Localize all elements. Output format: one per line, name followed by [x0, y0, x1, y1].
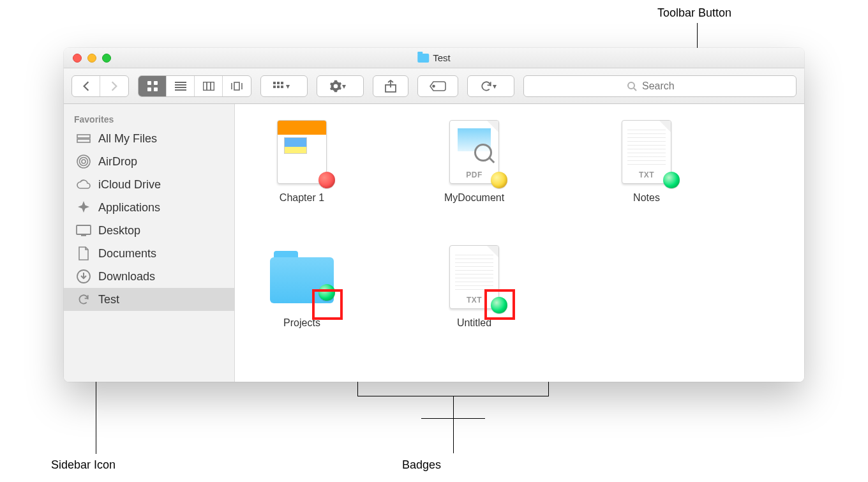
svg-point-26 — [82, 160, 86, 163]
file-grid: Chapter 1 PDF MyDocument TXT — [235, 104, 804, 382]
toolbar: ▾ ▾ ▾ — [64, 68, 804, 104]
list-view-button[interactable] — [167, 76, 195, 96]
svg-rect-16 — [281, 82, 283, 84]
chevron-down-icon: ▾ — [286, 82, 295, 91]
sidebar: Favorites All My Files AirDrop iCloud Dr… — [64, 104, 235, 382]
file-label: MyDocument — [444, 192, 504, 204]
badge-icon — [318, 284, 335, 301]
callout-line — [453, 418, 454, 453]
documents-icon — [75, 246, 92, 260]
finder-window: Test ▾ — [64, 48, 804, 382]
nav-buttons — [71, 75, 129, 97]
maximize-button[interactable] — [102, 54, 111, 63]
arrange-button[interactable]: ▾ — [260, 75, 308, 97]
search-icon — [627, 81, 637, 91]
svg-rect-29 — [77, 225, 91, 234]
sidebar-item-icloud-drive[interactable]: iCloud Drive — [64, 173, 234, 196]
sidebar-item-label: Downloads — [98, 270, 155, 283]
svg-point-21 — [433, 85, 435, 87]
applications-icon — [75, 200, 92, 215]
back-button[interactable] — [72, 76, 100, 96]
window-body: Favorites All My Files AirDrop iCloud Dr… — [64, 104, 804, 382]
airdrop-icon — [75, 154, 92, 169]
sidebar-heading: Favorites — [64, 110, 234, 127]
sync-toolbar-button[interactable]: ▾ — [467, 75, 514, 97]
desktop-icon — [75, 223, 92, 237]
callout-sidebar-icon: Sidebar Icon — [51, 458, 116, 472]
file-item[interactable]: Chapter 1 — [254, 117, 350, 204]
chevron-down-icon: ▾ — [342, 82, 351, 91]
sidebar-item-label: Test — [98, 293, 119, 306]
file-icon — [270, 242, 334, 312]
svg-rect-3 — [154, 87, 158, 91]
sidebar-item-label: Documents — [98, 247, 156, 260]
sidebar-item-airdrop[interactable]: AirDrop — [64, 150, 234, 173]
chevron-down-icon: ▾ — [493, 82, 502, 91]
callout-line — [453, 396, 454, 419]
coverflow-view-button[interactable] — [223, 76, 251, 96]
window-title: Test — [417, 52, 451, 63]
sidebar-item-applications[interactable]: Applications — [64, 196, 234, 219]
file-icon — [270, 117, 334, 187]
svg-rect-17 — [273, 86, 276, 88]
file-label: Notes — [633, 192, 660, 204]
folder-icon — [417, 54, 429, 63]
svg-rect-18 — [277, 86, 280, 88]
callout-toolbar-button: Toolbar Button — [657, 6, 731, 20]
svg-rect-1 — [154, 81, 158, 85]
view-mode-buttons — [138, 75, 251, 97]
file-item[interactable]: TXT Untitled — [426, 242, 522, 329]
all-my-files-icon — [75, 132, 92, 146]
sidebar-item-label: Applications — [98, 201, 160, 215]
callout-line — [96, 380, 96, 454]
share-button[interactable] — [373, 75, 408, 97]
sidebar-item-downloads[interactable]: Downloads — [64, 265, 234, 288]
svg-rect-25 — [77, 139, 90, 142]
downloads-icon — [75, 269, 92, 283]
tag-button[interactable] — [417, 75, 458, 97]
minimize-button[interactable] — [87, 54, 96, 63]
search-field[interactable] — [523, 75, 797, 97]
file-ext: PDF — [466, 170, 483, 183]
svg-rect-15 — [277, 82, 280, 84]
svg-rect-11 — [234, 82, 239, 90]
file-item[interactable]: Projects — [254, 242, 350, 329]
icloud-drive-icon — [75, 177, 92, 192]
icon-view-button[interactable] — [138, 76, 167, 96]
sidebar-item-test[interactable]: Test — [64, 288, 234, 311]
svg-rect-2 — [147, 87, 151, 91]
svg-rect-0 — [147, 81, 151, 85]
file-icon: TXT — [615, 117, 678, 187]
badge-icon — [318, 172, 335, 188]
svg-point-22 — [628, 82, 634, 89]
svg-line-23 — [634, 88, 636, 91]
file-item[interactable]: PDF MyDocument — [426, 117, 522, 204]
file-ext: TXT — [467, 296, 482, 308]
titlebar: Test — [64, 48, 804, 68]
file-icon: PDF — [442, 117, 506, 187]
forward-button[interactable] — [100, 76, 128, 96]
file-item[interactable]: TXT Notes — [599, 117, 694, 204]
sidebar-item-label: AirDrop — [98, 155, 137, 169]
file-label: Projects — [283, 317, 320, 329]
svg-point-27 — [80, 158, 88, 166]
sidebar-item-documents[interactable]: Documents — [64, 242, 234, 265]
column-view-button[interactable] — [195, 76, 223, 96]
file-label: Chapter 1 — [280, 192, 324, 204]
close-button[interactable] — [73, 54, 82, 63]
svg-rect-19 — [281, 86, 283, 88]
callout-badges: Badges — [402, 458, 441, 472]
file-ext: TXT — [639, 170, 654, 183]
sidebar-item-label: Desktop — [98, 224, 140, 237]
sidebar-item-label: iCloud Drive — [98, 178, 161, 192]
sync-icon — [75, 292, 92, 306]
search-input[interactable] — [642, 80, 693, 92]
action-button[interactable]: ▾ — [317, 75, 364, 97]
sidebar-item-all-my-files[interactable]: All My Files — [64, 127, 234, 150]
badge-icon — [663, 172, 680, 188]
svg-rect-8 — [203, 82, 214, 90]
file-label: Untitled — [457, 317, 491, 329]
traffic-lights — [64, 54, 111, 63]
sidebar-item-desktop[interactable]: Desktop — [64, 219, 234, 242]
badge-icon — [491, 297, 507, 313]
